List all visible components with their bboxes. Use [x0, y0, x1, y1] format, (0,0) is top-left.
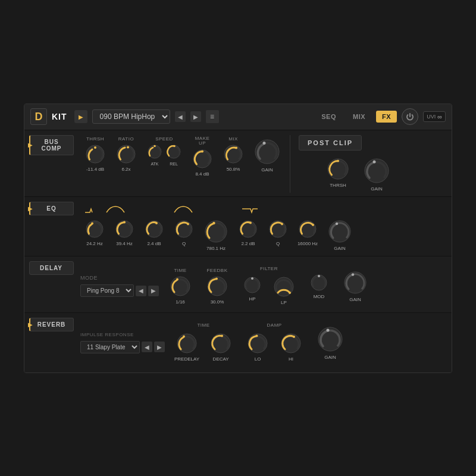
- svg-point-15: [337, 159, 339, 162]
- atk-knob[interactable]: [146, 143, 164, 161]
- ratio-label: RATIO: [118, 136, 134, 142]
- reverb-lo-knob[interactable]: [246, 331, 270, 355]
- play-button[interactable]: ▶: [74, 110, 87, 123]
- svg-point-13: [263, 142, 266, 145]
- reverb-next[interactable]: ▶: [154, 342, 165, 352]
- reverb-prev[interactable]: ◀: [142, 342, 152, 352]
- delay-lp-label: LP: [281, 300, 287, 305]
- power-button[interactable]: [402, 108, 418, 125]
- preset-prev-button[interactable]: ◀: [175, 111, 186, 122]
- delay-label-col: DELAY: [24, 261, 78, 275]
- delay-time-knob[interactable]: [168, 274, 192, 298]
- post-clip-gain-knob[interactable]: [362, 156, 391, 185]
- thrsh-value: -11.4 dB: [86, 167, 104, 172]
- makeup-knob[interactable]: [191, 148, 214, 170]
- delay-time-value: 1/16: [176, 299, 185, 305]
- svg-point-31: [281, 223, 283, 225]
- svg-point-33: [312, 224, 314, 226]
- kit-label: KIT: [52, 112, 67, 121]
- delay-gain-knob[interactable]: [342, 270, 368, 296]
- delay-time-label: TIME: [174, 268, 186, 273]
- mix-knob[interactable]: [222, 143, 245, 165]
- preset-next-button[interactable]: ▶: [190, 111, 201, 122]
- svg-point-35: [336, 222, 338, 224]
- svg-point-49: [183, 335, 185, 337]
- delay-mod-knob[interactable]: [309, 273, 329, 293]
- reverb-hi-group: HI: [275, 330, 306, 363]
- svg-point-28: [240, 221, 256, 237]
- eq-hz4-value: 16000 Hz: [298, 241, 318, 246]
- eq-gain-knob[interactable]: [327, 218, 353, 245]
- bus-comp-gain-group: GAIN: [249, 135, 285, 174]
- reverb-button[interactable]: REVERB: [29, 318, 74, 331]
- mix-label: MIX: [228, 136, 238, 142]
- delay-button[interactable]: DELAY: [29, 261, 74, 275]
- eq-db1-value: 2.4 dB: [147, 241, 161, 246]
- preset-dropdown[interactable]: 090 BPM HipHop: [92, 109, 170, 124]
- thrsh-knob[interactable]: [84, 143, 107, 165]
- svg-point-41: [251, 277, 253, 280]
- menu-button[interactable]: ≡: [206, 110, 219, 123]
- eq-hz2-knob[interactable]: [114, 218, 135, 240]
- svg-point-34: [329, 221, 350, 242]
- post-clip-thrsh-knob[interactable]: [325, 156, 350, 181]
- delay-feedbk-group: FEEDBK 30.0%: [202, 267, 233, 306]
- tab-fx[interactable]: FX: [376, 111, 397, 123]
- ratio-knob[interactable]: [115, 143, 137, 165]
- svg-point-21: [123, 221, 126, 223]
- delay-lp-knob[interactable]: [272, 275, 296, 299]
- svg-point-23: [155, 222, 158, 224]
- eq-section: ▶ EQ: [24, 197, 452, 256]
- eq-hz1-knob[interactable]: [84, 218, 105, 240]
- post-clip-button[interactable]: POST CLIP: [299, 135, 362, 151]
- delay-lp-group: LP: [268, 274, 299, 306]
- svg-point-37: [176, 278, 178, 280]
- delay-section: DELAY MODE Ping Pong 8 ◀ ▶ TIME: [24, 256, 452, 313]
- delay-mode-next[interactable]: ▶: [148, 286, 159, 296]
- svg-point-29: [249, 221, 252, 224]
- rel-knob[interactable]: [165, 143, 183, 161]
- svg-point-5: [154, 145, 156, 147]
- eq-q1-value: Q: [182, 241, 186, 246]
- delay-mod-group: MOD: [305, 271, 333, 300]
- eq-button[interactable]: EQ: [29, 202, 74, 215]
- eq-q1-knob[interactable]: [173, 218, 195, 240]
- tab-mix[interactable]: MIX: [347, 111, 371, 123]
- eq-hz3-knob[interactable]: [203, 218, 229, 245]
- speed-label: SPEED: [155, 136, 173, 142]
- svg-point-45: [318, 275, 320, 277]
- svg-point-39: [215, 277, 218, 280]
- eq-hz4-knob[interactable]: [297, 218, 318, 240]
- bus-comp-button[interactable]: BUS COMP: [29, 135, 74, 155]
- reverb-predelay-knob[interactable]: [175, 331, 199, 355]
- delay-mode-prev[interactable]: ◀: [136, 286, 146, 296]
- svg-point-11: [235, 146, 237, 149]
- eq-db1-knob[interactable]: [143, 218, 165, 240]
- svg-point-1: [94, 146, 96, 149]
- post-clip-header: POST CLIP: [299, 135, 418, 151]
- eq-hz1-group: 24.2 Hz: [80, 217, 109, 248]
- tab-seq[interactable]: SEQ: [315, 111, 342, 123]
- delay-gain-group: GAIN: [339, 268, 372, 303]
- makeup-label: MAKEUP: [195, 136, 210, 147]
- bus-comp-speed-group: SPEED ATK: [142, 135, 186, 167]
- ratio-value: 6.2x: [121, 167, 130, 172]
- delay-feedbk-knob[interactable]: [205, 274, 229, 298]
- svg-point-27: [212, 221, 215, 224]
- delay-mode-dropdown[interactable]: Ping Pong 8: [80, 284, 134, 297]
- reverb-decay-knob[interactable]: [209, 331, 233, 355]
- reverb-lo-group: LO: [242, 330, 273, 363]
- reverb-hi-label: HI: [289, 356, 293, 362]
- eq-hz2-value: 39.4 Hz: [116, 241, 133, 246]
- eq-q2-knob[interactable]: [267, 218, 289, 240]
- reverb-gain-knob[interactable]: [316, 325, 345, 353]
- bus-comp-section: ▶ BUS COMP THRSH -11.4 dB: [24, 130, 452, 197]
- delay-hp-knob[interactable]: [242, 275, 262, 295]
- header: D KIT ▶ 090 BPM HipHop ◀ ▶ ≡ SEQ MIX FX …: [24, 104, 452, 130]
- eq-hz1-value: 24.2 Hz: [86, 241, 103, 246]
- impulse-dropdown[interactable]: 11 Slapy Plate: [80, 341, 140, 353]
- reverb-hi-knob[interactable]: [279, 331, 303, 355]
- gain-knob[interactable]: [253, 137, 281, 166]
- svg-point-57: [327, 329, 330, 332]
- eq-db2-knob[interactable]: [237, 218, 259, 240]
